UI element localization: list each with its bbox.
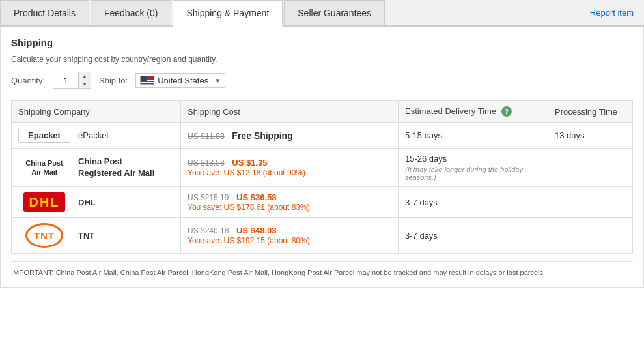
save-text: You save: US $192.15 (about 80%): [188, 236, 310, 245]
company-name: China PostRegistered Air Mail: [78, 156, 154, 179]
important-note: IMPORTANT: China Post Air Mail, China Po…: [11, 261, 633, 276]
help-icon[interactable]: ?: [501, 106, 512, 117]
china-post-logo: China PostAir Mail: [18, 158, 70, 177]
processing-cell: [548, 149, 633, 187]
delivery-time: 15-26 days: [405, 154, 541, 164]
original-price: US $240.18: [188, 226, 229, 235]
company-cell: TNT TNT: [12, 218, 181, 254]
delivery-cell: 3-7 days: [399, 187, 548, 218]
cost-cell: US $11.88 Free Shipping: [181, 123, 399, 149]
save-text: You save: US $178.61 (about 83%): [188, 203, 310, 212]
original-price: US $11.88: [188, 132, 225, 141]
current-price: US $36.58: [236, 192, 276, 202]
shipping-description: Calculate your shipping cost by country/…: [11, 55, 633, 64]
quantity-input-wrapper: ▲ ▼: [53, 72, 91, 89]
quantity-ship-row: Quantity: ▲ ▼ Ship to: United States ▼: [11, 72, 633, 89]
quantity-label: Quantity:: [11, 76, 45, 85]
cost-cell: US $240.18 US $48.03 You save: US $192.1…: [181, 218, 399, 254]
table-row: DHL DHL US $215.19 US $36.58 You save: U…: [12, 187, 633, 218]
quantity-arrows: ▲ ▼: [78, 72, 91, 88]
quantity-down-button[interactable]: ▼: [79, 80, 91, 88]
country-name: United States: [158, 76, 208, 85]
current-price: US $1.35: [232, 158, 267, 168]
ship-to-label: Ship to:: [99, 76, 128, 85]
epacket-logo: epacket: [18, 128, 70, 143]
flag-icon: [140, 76, 154, 85]
free-shipping-label: Free Shipping: [232, 130, 292, 141]
table-row: epacket ePacket US $11.88 Free Shipping …: [12, 123, 633, 149]
quantity-up-button[interactable]: ▲: [79, 72, 91, 80]
report-item-link[interactable]: Report item: [590, 8, 644, 18]
company-cell: DHL DHL: [12, 187, 181, 218]
country-select-wrapper[interactable]: United States ▼: [135, 73, 225, 88]
delivery-cell: 5-15 days: [399, 123, 548, 149]
company-cell: epacket ePacket: [12, 123, 181, 149]
delivery-cell: 3-7 days: [399, 218, 548, 254]
tnt-logo: TNT: [18, 223, 70, 248]
company-name: DHL: [78, 198, 96, 207]
tab-seller-guarantees[interactable]: Seller Guarantees: [284, 0, 385, 25]
col-header-company: Shipping Company: [12, 101, 181, 123]
col-header-cost: Shipping Cost: [181, 101, 399, 123]
processing-time: 13 days: [555, 130, 585, 140]
dhl-logo: DHL: [18, 192, 70, 212]
china-post-logo-text: China PostAir Mail: [25, 158, 63, 177]
current-price: US $48.03: [236, 226, 276, 235]
delivery-time: 5-15 days: [405, 130, 442, 140]
cost-cell: US $215.19 US $36.58 You save: US $178.6…: [181, 187, 399, 218]
col-header-delivery: Estimated Delivery Time ?: [399, 101, 548, 123]
company-cell: China PostAir Mail China PostRegistered …: [12, 149, 181, 187]
delivery-time: 3-7 days: [405, 231, 438, 241]
processing-cell: 13 days: [548, 123, 633, 149]
original-price: US $13.53: [188, 158, 225, 168]
shipping-table: Shipping Company Shipping Cost Estimated…: [11, 100, 633, 254]
shipping-section: Shipping Calculate your shipping cost by…: [0, 27, 644, 288]
tab-product-details[interactable]: Product Details: [0, 0, 89, 25]
delivery-note: (It may take longer during the holiday s…: [405, 166, 541, 181]
save-text: You save: US $12.18 (about 90%): [188, 168, 305, 177]
table-row: TNT TNT US $240.18 US $48.03 You save: U…: [12, 218, 633, 254]
tab-feedback[interactable]: Feedback (0): [91, 0, 171, 25]
delivery-time: 3-7 days: [405, 198, 438, 207]
country-dropdown-arrow: ▼: [214, 77, 221, 84]
company-name: ePacket: [78, 130, 109, 140]
processing-cell: [548, 218, 633, 254]
delivery-cell: 15-26 days (It may take longer during th…: [399, 149, 548, 187]
original-price: US $215.19: [188, 193, 229, 202]
tab-shipping-payment[interactable]: Shipping & Payment: [173, 0, 283, 27]
table-row: China PostAir Mail China PostRegistered …: [12, 149, 633, 187]
tabs-container: Product Details Feedback (0) Shipping & …: [0, 0, 644, 27]
quantity-input[interactable]: [53, 72, 78, 88]
processing-cell: [548, 187, 633, 218]
col-header-processing: Processing Time: [548, 101, 633, 123]
shipping-title: Shipping: [11, 37, 633, 48]
cost-cell: US $13.53 US $1.35 You save: US $12.18 (…: [181, 149, 399, 187]
company-name: TNT: [78, 231, 94, 241]
